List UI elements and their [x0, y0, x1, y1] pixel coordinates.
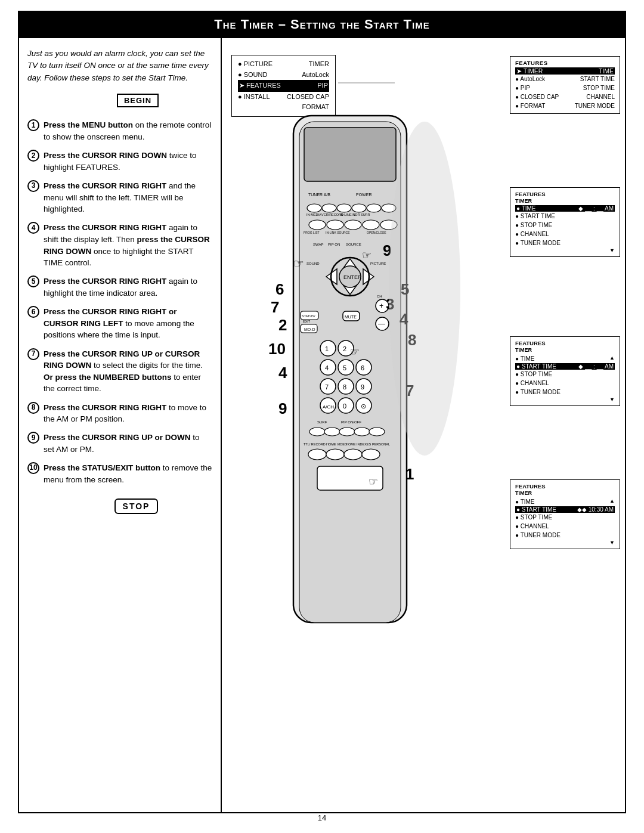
- svg-text:MUTE: MUTE: [345, 315, 357, 319]
- step-text-10: Press the STATUS/EXIT button to remove t…: [44, 462, 212, 485]
- svg-text:IN-MEDIA: IN-MEDIA: [306, 213, 321, 216]
- step-num-7: 7: [27, 348, 39, 360]
- svg-point-8: [352, 204, 366, 212]
- svg-text:MO-D: MO-D: [304, 327, 315, 332]
- svg-rect-2: [304, 128, 396, 181]
- svg-point-6: [322, 204, 336, 212]
- side-menu-2-arrow-down: ▼: [515, 247, 615, 253]
- svg-text:10: 10: [268, 340, 286, 358]
- side-menu-3-sub: TIMER: [515, 347, 615, 353]
- side-menu-4-sub: TIMER: [515, 490, 615, 496]
- svg-point-19: [380, 220, 397, 230]
- svg-point-15: [309, 220, 326, 230]
- side-menu-3-section: FEATURES: [515, 340, 615, 346]
- svg-text:7: 7: [271, 298, 279, 316]
- svg-point-74: [354, 428, 370, 436]
- side-menu-3-tuner: ● TUNER MODE: [515, 388, 615, 397]
- side-menu-1-pip: ● PIPSTOP TIME: [515, 83, 615, 92]
- svg-text:☞: ☞: [362, 249, 371, 261]
- svg-point-75: [369, 428, 385, 436]
- step-5: 5 Press the CURSOR RING RIGHT again to h…: [27, 275, 212, 299]
- svg-point-17: [345, 220, 361, 230]
- svg-text:SOUND: SOUND: [306, 262, 320, 265]
- svg-text:HOME VIDEO: HOME VIDEO: [326, 442, 348, 446]
- svg-text:STATUS/: STATUS/: [302, 314, 315, 318]
- side-menu-1: FEATURES ➤ TIMERTIME ● AutoLockSTART TIM…: [510, 56, 620, 114]
- step-6: 6 Press the CURSOR RING RIGHT or CURSOR …: [27, 306, 212, 341]
- step-num-9: 9: [27, 432, 39, 444]
- svg-text:A/CH: A/CH: [323, 404, 334, 410]
- step-num-5: 5: [27, 275, 39, 287]
- svg-text:PICTURE: PICTURE: [370, 262, 386, 265]
- svg-text:8: 8: [408, 331, 416, 349]
- side-menu-3: FEATURES TIMER ● TIME▲ ● START TIME◆ __ …: [510, 336, 620, 406]
- page-number: 14: [0, 813, 644, 822]
- svg-text:9: 9: [278, 400, 287, 417]
- side-menu-1-title: FEATURES: [515, 60, 615, 66]
- side-menu-4-tuner: ● TUNER MODE: [515, 531, 615, 540]
- svg-text:ENTER: ENTER: [343, 274, 362, 280]
- svg-text:—: —: [378, 320, 385, 328]
- svg-text:TUNER A/B: TUNER A/B: [308, 193, 330, 197]
- svg-text:8: 8: [343, 383, 346, 391]
- side-menu-1-cc: ● CLOSED CAPCHANNEL: [515, 92, 615, 101]
- step-text-7: Press the CURSOR RING UP or CURSOR RING …: [44, 348, 212, 395]
- svg-text:5: 5: [401, 280, 409, 298]
- side-menu-2-stop: ● STOP TIME: [515, 221, 615, 230]
- step-text-9: Press the CURSOR RING UP or DOWN to set …: [44, 432, 212, 455]
- step-1: 1 Press the MENU button on the remote co…: [27, 119, 212, 143]
- svg-text:SWAP: SWAP: [313, 243, 323, 246]
- svg-point-81: [326, 449, 344, 460]
- svg-text:1: 1: [405, 465, 414, 483]
- side-menu-4-starttime: ● START TIME◆◆ 10:30 AM: [515, 506, 615, 513]
- svg-text:OPEN/CLOSE: OPEN/CLOSE: [367, 231, 386, 234]
- right-panel: ● PICTURETIMER ● SOUNDAutoLock ➤ FEATURE…: [222, 38, 625, 812]
- svg-text:7: 7: [405, 382, 414, 400]
- menu-item-picture: ● PICTURETIMER: [238, 59, 329, 70]
- svg-text:TTL/ RECORD: TTL/ RECORD: [304, 442, 326, 446]
- svg-point-18: [363, 220, 379, 230]
- step-num-4: 4: [27, 222, 39, 234]
- svg-text:4: 4: [278, 364, 287, 382]
- svg-text:6: 6: [361, 364, 364, 371]
- svg-text:0: 0: [343, 402, 346, 410]
- svg-text:2: 2: [278, 316, 287, 334]
- svg-text:5: 5: [343, 364, 346, 371]
- svg-point-5: [307, 204, 321, 212]
- menu-item-features: ➤ FEATURESPIP: [238, 80, 329, 92]
- svg-point-7: [337, 204, 351, 212]
- svg-text:SOURCE: SOURCE: [346, 243, 361, 246]
- step-num-3: 3: [27, 180, 39, 192]
- side-menu-4: FEATURES TIMER ● TIME▲ ● START TIME◆◆ 10…: [510, 479, 620, 549]
- menu-item-install: ● INSTALLCLOSED CAP: [238, 92, 329, 103]
- svg-text:IN-LINE: IN-LINE: [340, 213, 352, 216]
- side-menu-3-starttime: ● START TIME◆ __ : __ AM: [515, 363, 615, 370]
- svg-text:POWER: POWER: [356, 193, 371, 197]
- step-num-8: 8: [27, 402, 39, 414]
- step-text-6: Press the CURSOR RING RIGHT or CURSOR RI…: [44, 306, 212, 341]
- svg-text:☞: ☞: [369, 476, 378, 488]
- step-text-4: Press the CURSOR RING RIGHT again to shi…: [44, 222, 212, 268]
- svg-point-71: [309, 428, 325, 436]
- svg-text:1: 1: [325, 345, 329, 352]
- svg-text:INDR SURR: INDR SURR: [352, 213, 370, 216]
- side-menu-4-section: FEATURES: [515, 483, 615, 490]
- step-9: 9 Press the CURSOR RING UP or DOWN to se…: [27, 432, 212, 456]
- side-menu-4-arrow-down: ▼: [515, 540, 615, 546]
- side-menu-2-tuner: ● TUNER MODE: [515, 239, 615, 247]
- svg-point-82: [344, 449, 362, 460]
- step-3: 3 Press the CURSOR RING RIGHT and the me…: [27, 179, 212, 215]
- svg-text:☞: ☞: [293, 257, 304, 270]
- page-title: The Timer – Setting the Start Time: [18, 11, 626, 38]
- svg-point-80: [308, 449, 326, 460]
- svg-text:PIP ON/OFF: PIP ON/OFF: [341, 420, 361, 424]
- step-text-5: Press the CURSOR RING RIGHT again to hig…: [44, 275, 212, 299]
- svg-text:9: 9: [383, 241, 391, 259]
- step-2: 2 Press the CURSOR RING DOWN twice to hi…: [27, 150, 212, 174]
- remote-illustration: TUNER A/B POWER IN-MEDIA VCR/RECORD IN-L…: [258, 110, 442, 648]
- side-menu-1-format: ● FORMATTUNER MODE: [515, 101, 615, 110]
- side-menu-3-time-arrow: ● TIME▲: [515, 354, 615, 363]
- step-text-1: Press the MENU button on the remote cont…: [44, 119, 212, 143]
- side-menu-2-time: ● TIME◆ __ : __ AM: [515, 205, 615, 212]
- svg-text:6: 6: [275, 280, 284, 298]
